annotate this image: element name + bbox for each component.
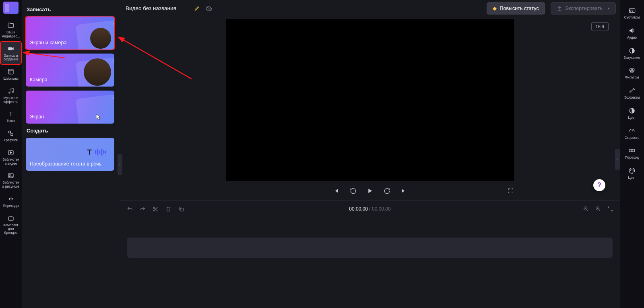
skip-end-button[interactable]	[400, 187, 408, 195]
nav-label: Переходы	[3, 204, 19, 208]
fade-icon	[628, 47, 636, 55]
nav-label: Графика	[4, 138, 18, 143]
fit-button[interactable]	[607, 206, 613, 212]
nav-label: Запись и создание	[2, 54, 20, 62]
shapes-icon	[7, 129, 15, 137]
nav-label: Библиотека рисунков	[2, 181, 20, 189]
rnav-label: Фильтры	[625, 76, 639, 80]
rnav-label: Цвет	[628, 116, 636, 120]
rewind-button[interactable]	[349, 187, 357, 195]
tts-icon	[85, 148, 106, 157]
timeline-toolbar: 00:00.00 / 00:00.00	[120, 201, 620, 217]
nav-videolib[interactable]: Библиотека видео	[1, 146, 21, 168]
rnav-color2[interactable]: Цвет	[621, 164, 643, 182]
play-button[interactable]	[366, 187, 374, 195]
card-screen-camera[interactable]: Экран и камера	[26, 17, 114, 50]
rnav-fade[interactable]: Затухание	[621, 44, 643, 62]
rnav-subtitles[interactable]: Субтитры	[621, 4, 643, 22]
card-tts[interactable]: Преобразование текста в речь	[26, 138, 114, 171]
video-preview[interactable]	[226, 19, 514, 181]
rnav-transition[interactable]: Переход	[621, 144, 643, 162]
edit-icon[interactable]	[194, 6, 200, 11]
svg-point-8	[10, 175, 10, 176]
right-nav: Субтитры Аудио Затухание Фильтры Эффекты…	[620, 0, 644, 308]
templates-icon	[7, 68, 15, 76]
nav-record[interactable]: Запись и создание	[1, 42, 21, 64]
collapse-right-button[interactable]: ‹	[615, 149, 620, 170]
nav-brandkit[interactable]: Комплект для брендов	[1, 211, 21, 238]
svg-point-23	[630, 170, 631, 171]
wand-icon	[628, 87, 636, 95]
upgrade-button[interactable]: ◆ Повысить статус	[487, 2, 545, 14]
topbar: ◆ Повысить статус Экспортировать ▾	[120, 0, 620, 17]
delete-button[interactable]	[165, 206, 171, 212]
rnav-label: Эффекты	[624, 96, 640, 100]
split-button[interactable]	[152, 206, 159, 212]
redo-button[interactable]	[139, 206, 146, 212]
nav-label: Шаблоны	[3, 77, 19, 81]
rnav-color[interactable]: Цвет	[621, 104, 643, 122]
aspect-ratio-button[interactable]: 16:9	[591, 22, 609, 31]
svg-point-24	[632, 169, 632, 170]
chevron-down-icon: ▾	[608, 6, 610, 10]
card-title: Камера	[30, 77, 47, 83]
cloud-sync-icon[interactable]	[205, 5, 213, 12]
svg-rect-12	[180, 208, 184, 211]
app-logo	[3, 2, 19, 14]
nav-label: Комплект для брендов	[2, 223, 20, 235]
contrast-icon	[628, 107, 636, 115]
nav-transitions[interactable]: Переходы	[1, 192, 21, 211]
nav-media[interactable]: Ваши медиарес...	[1, 19, 21, 41]
nav-label: Ваши медиарес...	[2, 31, 20, 39]
rnav-speed[interactable]: Скорость	[621, 124, 643, 142]
preview-area: 16:9	[120, 17, 620, 201]
svg-point-25	[633, 170, 634, 171]
rnav-label: Переход	[625, 156, 639, 160]
export-button[interactable]: Экспортировать ▾	[551, 2, 616, 14]
project-title-input[interactable]	[124, 3, 188, 14]
zoom-in-button[interactable]	[595, 206, 601, 212]
undo-button[interactable]	[126, 206, 133, 212]
export-label: Экспортировать	[565, 6, 603, 11]
svg-point-2	[9, 92, 10, 93]
nav-templates[interactable]: Шаблоны	[1, 65, 21, 83]
rnav-label: Затухание	[624, 56, 640, 60]
folder-icon	[7, 21, 15, 29]
palette-icon	[628, 167, 636, 175]
card-camera[interactable]: Камера	[26, 54, 114, 87]
rnav-label: Аудио	[627, 36, 637, 40]
card-title: Экран	[30, 114, 44, 120]
nav-text[interactable]: Текст	[1, 107, 21, 126]
playback-controls	[226, 181, 514, 201]
nav-imagelib[interactable]: Библиотека рисунков	[1, 169, 21, 191]
rnav-filters[interactable]: Фильтры	[621, 64, 643, 82]
nav-label: Библиотека видео	[2, 158, 20, 166]
fullscreen-button[interactable]	[508, 188, 514, 194]
camera-icon	[7, 45, 15, 53]
timeline[interactable]	[120, 217, 620, 308]
timecode: 00:00.00 / 00:00.00	[349, 206, 390, 212]
face-thumb	[90, 28, 111, 49]
upload-icon	[557, 6, 562, 11]
section-record-header: Записать	[27, 6, 117, 12]
svg-rect-1	[8, 69, 13, 74]
nav-graphics[interactable]: Графика	[1, 126, 21, 145]
forward-button[interactable]	[383, 187, 391, 195]
rnav-label: Цвет	[628, 176, 636, 180]
zoom-out-button[interactable]	[583, 206, 589, 212]
svg-point-3	[12, 91, 13, 93]
help-button[interactable]: ?	[593, 179, 605, 191]
card-screen[interactable]: Экран	[26, 91, 114, 124]
nav-music[interactable]: Музыка и эффекты	[1, 84, 21, 107]
timeline-track[interactable]	[127, 238, 613, 258]
svg-rect-5	[11, 133, 13, 135]
skip-start-button[interactable]	[332, 187, 340, 195]
time-total: 00:00.00	[372, 206, 391, 212]
speaker-icon	[628, 27, 636, 35]
cc-icon	[628, 6, 636, 14]
rnav-effects[interactable]: Эффекты	[621, 84, 643, 102]
svg-rect-21	[629, 149, 632, 152]
rnav-audio[interactable]: Аудио	[621, 24, 643, 42]
duplicate-button[interactable]	[178, 206, 184, 212]
svg-rect-0	[8, 47, 12, 50]
